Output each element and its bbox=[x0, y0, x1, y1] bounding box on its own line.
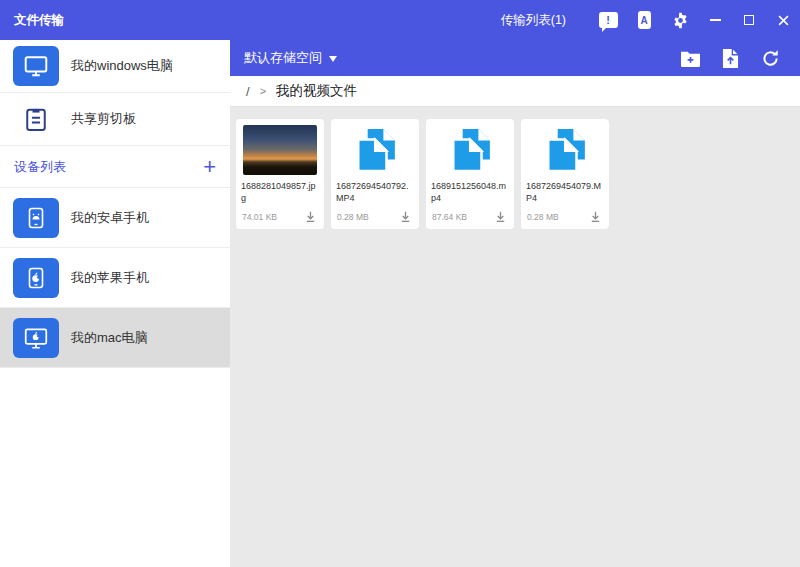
gear-icon bbox=[672, 12, 689, 29]
file-grid: 1688281049857.jpg 74.01 KB bbox=[230, 107, 800, 567]
titlebar-actions: 传输列表(1) ! A bbox=[501, 0, 800, 40]
download-button[interactable] bbox=[588, 209, 603, 224]
maximize-button[interactable] bbox=[732, 0, 766, 40]
sidebar: 我的windows电脑 共享剪切板 设备列表 + bbox=[0, 40, 230, 567]
chevron-down-icon bbox=[329, 56, 337, 66]
toolbar-actions bbox=[670, 40, 790, 76]
file-card[interactable]: 1688281049857.jpg 74.01 KB bbox=[236, 119, 324, 229]
sidebar-item-android-phone[interactable]: 我的安卓手机 bbox=[0, 188, 230, 248]
file-name: 1689151256048.mp4 bbox=[426, 181, 514, 205]
storage-selector[interactable]: 默认存储空间 bbox=[244, 49, 337, 67]
phone-app-button[interactable]: A bbox=[626, 0, 662, 40]
file-name: 1687269454079.MP4 bbox=[521, 181, 609, 205]
storage-toolbar: 默认存储空间 bbox=[230, 40, 800, 76]
file-upload-icon bbox=[722, 48, 739, 69]
android-phone-icon bbox=[13, 198, 59, 238]
file-name: 16872694540792.MP4 bbox=[331, 181, 419, 205]
download-button[interactable] bbox=[493, 209, 508, 224]
breadcrumb-current-folder: 我的视频文件 bbox=[276, 82, 357, 100]
apple-phone-icon bbox=[13, 258, 59, 298]
file-card[interactable]: 1687269454079.MP4 0.28 MB bbox=[521, 119, 609, 229]
file-footer: 87.64 KB bbox=[426, 209, 514, 229]
windows-computer-icon bbox=[13, 46, 59, 86]
file-size: 74.01 KB bbox=[242, 212, 277, 222]
download-button[interactable] bbox=[303, 209, 318, 224]
breadcrumb-root[interactable]: / bbox=[246, 84, 250, 99]
file-size: 0.28 MB bbox=[337, 212, 369, 222]
breadcrumb-separator-icon: > bbox=[260, 85, 266, 97]
feedback-button[interactable]: ! bbox=[590, 0, 626, 40]
feedback-glyph: ! bbox=[606, 14, 610, 26]
sidebar-item-label: 我的mac电脑 bbox=[71, 329, 148, 347]
new-folder-button[interactable] bbox=[670, 40, 710, 76]
folder-plus-icon bbox=[680, 49, 701, 68]
file-card[interactable]: 1689151256048.mp4 87.64 KB bbox=[426, 119, 514, 229]
refresh-button[interactable] bbox=[750, 40, 790, 76]
add-device-button[interactable]: + bbox=[203, 156, 216, 178]
file-footer: 0.28 MB bbox=[331, 209, 419, 229]
upload-file-button[interactable] bbox=[710, 40, 750, 76]
file-transfer-window: 文件传输 传输列表(1) ! A bbox=[0, 0, 800, 567]
refresh-icon bbox=[761, 49, 780, 68]
minimize-button[interactable] bbox=[698, 0, 732, 40]
file-size: 0.28 MB bbox=[527, 212, 559, 222]
sidebar-item-mac-computer[interactable]: 我的mac电脑 bbox=[0, 308, 230, 368]
app-title: 文件传输 bbox=[0, 12, 64, 29]
file-media bbox=[331, 119, 419, 181]
phone-app-icon: A bbox=[638, 11, 651, 29]
video-file-icon bbox=[542, 127, 588, 173]
feedback-bubble-icon: ! bbox=[599, 12, 618, 28]
file-footer: 74.01 KB bbox=[236, 209, 324, 229]
sidebar-item-label: 共享剪切板 bbox=[71, 110, 136, 128]
minimize-icon bbox=[710, 19, 721, 21]
phone-app-glyph: A bbox=[640, 15, 647, 26]
image-thumbnail bbox=[243, 125, 317, 175]
sidebar-item-my-computer[interactable]: 我的windows电脑 bbox=[0, 40, 230, 93]
sidebar-item-label: 我的windows电脑 bbox=[71, 57, 173, 75]
transfer-list-button[interactable]: 传输列表(1) bbox=[501, 12, 566, 29]
sidebar-empty-space bbox=[0, 368, 230, 567]
mac-computer-icon bbox=[13, 318, 59, 358]
sidebar-item-label: 我的苹果手机 bbox=[71, 269, 149, 287]
sidebar-item-shared-clipboard[interactable]: 共享剪切板 bbox=[0, 93, 230, 146]
file-media bbox=[521, 119, 609, 181]
download-icon bbox=[304, 210, 317, 223]
file-media bbox=[426, 119, 514, 181]
file-media bbox=[236, 119, 324, 181]
titlebar: 文件传输 传输列表(1) ! A bbox=[0, 0, 800, 40]
main-panel: 默认存储空间 bbox=[230, 40, 800, 567]
download-button[interactable] bbox=[398, 209, 413, 224]
video-file-icon bbox=[352, 127, 398, 173]
storage-selector-label: 默认存储空间 bbox=[244, 49, 322, 67]
clipboard-icon bbox=[13, 99, 59, 139]
close-icon bbox=[778, 15, 789, 26]
device-list-title: 设备列表 bbox=[14, 158, 66, 176]
breadcrumb: / > 我的视频文件 bbox=[230, 76, 800, 107]
device-list-header: 设备列表 + bbox=[0, 146, 230, 188]
file-name: 1688281049857.jpg bbox=[236, 181, 324, 205]
file-card[interactable]: 16872694540792.MP4 0.28 MB bbox=[331, 119, 419, 229]
download-icon bbox=[399, 210, 412, 223]
window-body: 我的windows电脑 共享剪切板 设备列表 + bbox=[0, 40, 800, 567]
close-button[interactable] bbox=[766, 0, 800, 40]
download-icon bbox=[589, 210, 602, 223]
video-file-icon bbox=[447, 127, 493, 173]
sidebar-item-label: 我的安卓手机 bbox=[71, 209, 149, 227]
settings-button[interactable] bbox=[662, 0, 698, 40]
maximize-icon bbox=[744, 15, 754, 25]
download-icon bbox=[494, 210, 507, 223]
sidebar-item-apple-phone[interactable]: 我的苹果手机 bbox=[0, 248, 230, 308]
file-footer: 0.28 MB bbox=[521, 209, 609, 229]
file-size: 87.64 KB bbox=[432, 212, 467, 222]
